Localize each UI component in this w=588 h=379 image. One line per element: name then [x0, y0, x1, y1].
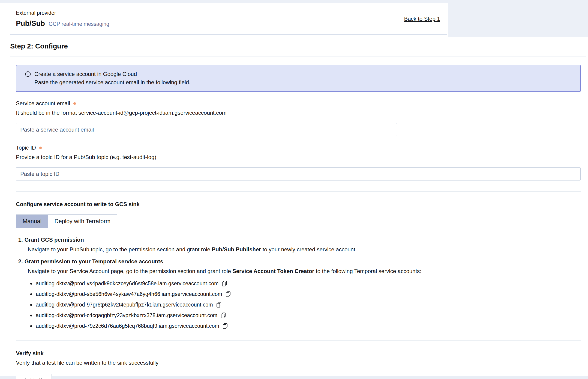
- back-to-step-1-link[interactable]: Back to Step 1: [404, 16, 440, 22]
- verify-button-label: Verify: [31, 377, 45, 379]
- provider-meta: External provider Pub/Sub GCP real-time …: [16, 10, 109, 28]
- copy-icon[interactable]: [220, 312, 226, 319]
- topic-id-label: Topic ID: [16, 144, 36, 151]
- step-body: Navigate to your Service Account page, g…: [28, 268, 581, 274]
- copy-icon[interactable]: [222, 322, 228, 330]
- step-grant-temporal-permission: 2. Grant permission to your Temporal ser…: [16, 258, 581, 330]
- section-divider: [16, 340, 581, 341]
- config-method-tabs: Manual Deploy with Terraform: [16, 214, 117, 228]
- service-account-email-helper: It should be in the format service-accou…: [16, 110, 581, 116]
- service-account-email: auditlog-dktxv@prod-c4cqaqgbfzy23vpzkbxz…: [36, 312, 217, 318]
- external-provider-label: External provider: [16, 10, 109, 16]
- list-item: auditlog-dktxv@prod-sbe56h6wr4sykaw47a6y…: [30, 291, 581, 298]
- service-account-email: auditlog-dktxv@prod-sbe56h6wr4sykaw47a6y…: [36, 291, 222, 297]
- configure-card: Create a service account in Google Cloud…: [10, 57, 586, 376]
- step-title: Grant permission to your Temporal servic…: [24, 258, 163, 265]
- copy-icon[interactable]: [225, 291, 231, 298]
- required-indicator: [73, 102, 76, 105]
- copy-icon[interactable]: [221, 280, 228, 287]
- list-item: auditlog-dktxv@prod-97gr6tp6zkv2t4epubff…: [30, 301, 581, 308]
- topic-id-input[interactable]: [16, 167, 581, 180]
- required-indicator: [39, 147, 42, 149]
- bullet-icon: [30, 283, 32, 284]
- bullet-icon: [30, 293, 32, 295]
- info-banner-body: Paste the generated service account emai…: [34, 79, 575, 86]
- topic-id-helper: Provide a topic ID for a Pub/Sub topic (…: [16, 154, 581, 160]
- verify-sink-description: Verify that a test file can be written t…: [16, 360, 581, 366]
- info-icon: [25, 71, 31, 77]
- tab-deploy-with-terraform[interactable]: Deploy with Terraform: [48, 215, 117, 228]
- list-item: auditlog-dktxv@prod-vs4padk9dkczcey6d6st…: [30, 280, 581, 287]
- list-item: auditlog-dktxv@prod-c4cqaqgbfzy23vpzkbxz…: [30, 312, 581, 319]
- step-title: Grant GCS permission: [24, 237, 84, 243]
- step-body: Navigate to your PubSub topic, go to the…: [28, 246, 581, 253]
- info-banner-title: Create a service account in Google Cloud: [34, 71, 137, 77]
- provider-subtitle: GCP real-time messaging: [49, 21, 109, 27]
- service-account-email: auditlog-dktxv@prod-97gr6tp6zkv2t4epubff…: [36, 302, 213, 308]
- copy-icon[interactable]: [216, 301, 222, 308]
- service-account-email-input[interactable]: [16, 123, 397, 136]
- step-number: 1.: [16, 237, 23, 243]
- step-number: 2.: [16, 258, 23, 265]
- page-title: Step 2: Configure: [10, 42, 68, 50]
- service-account-email: auditlog-dktxv@prod-vs4padk9dkczcey6d6st…: [36, 281, 218, 287]
- bullet-icon: [30, 304, 32, 306]
- role-name: Service Account Token Creator: [232, 268, 314, 274]
- tab-manual[interactable]: Manual: [16, 215, 48, 228]
- lightning-icon: [23, 378, 28, 379]
- bullet-icon: [30, 315, 32, 316]
- verify-button[interactable]: Verify: [16, 374, 52, 379]
- list-item: auditlog-dktxv@prod-79z2c6d76au6g5fcq768…: [30, 322, 581, 330]
- provider-name: Pub/Sub: [16, 19, 45, 28]
- step-grant-gcs-permission: 1. Grant GCS permission Navigate to your…: [16, 237, 581, 253]
- external-provider-card: External provider Pub/Sub GCP real-time …: [10, 3, 447, 35]
- temporal-service-account-list: auditlog-dktxv@prod-vs4padk9dkczcey6d6st…: [30, 280, 581, 330]
- service-account-email-label: Service account email: [16, 100, 70, 107]
- page-background-tint-right: [448, 0, 588, 37]
- bullet-icon: [30, 325, 32, 327]
- manual-steps: 1. Grant GCS permission Navigate to your…: [16, 237, 581, 330]
- info-banner: Create a service account in Google Cloud…: [16, 65, 581, 92]
- verify-sink-title: Verify sink: [16, 350, 581, 357]
- role-name: Pub/Sub Publisher: [212, 246, 261, 253]
- configure-section-title: Configure service account to write to GC…: [16, 201, 581, 207]
- service-account-email: auditlog-dktxv@prod-79z2c6d76au6g5fcq768…: [36, 323, 219, 329]
